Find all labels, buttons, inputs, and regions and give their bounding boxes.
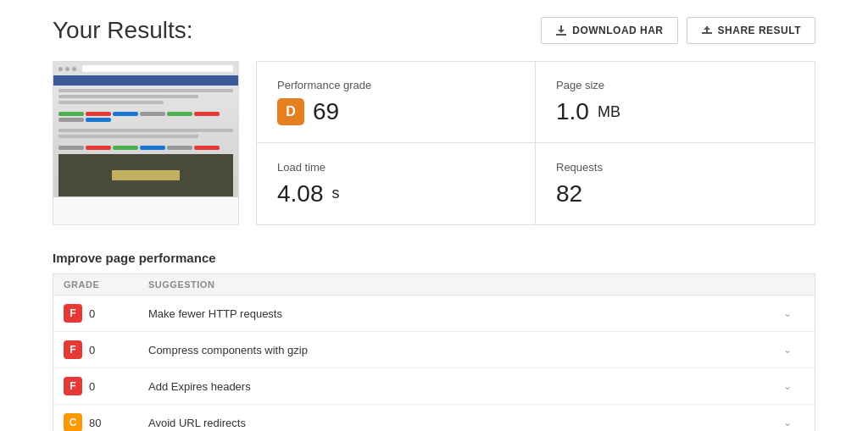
performance-value: D 69 [277,98,339,125]
download-har-button[interactable]: DOWNLOAD HAR [541,17,677,44]
loadtime-label: Load time [277,161,326,174]
page-wrapper: Your Results: DOWNLOAD HAR SHARE RESULT [27,0,841,431]
screenshot-box [53,61,239,225]
suggestion-row[interactable]: F 0 Make fewer HTTP requests ⌄ [53,296,815,332]
grade-cell: F 0 [64,377,148,395]
metric-requests: Requests 82 [536,143,815,224]
loadtime-value: 4.08 s [277,180,340,207]
grade-badge-f: F [64,304,82,323]
chevron-icon: ⌄ [771,307,804,319]
suggestion-row[interactable]: F 0 Add Expires headers ⌄ [53,368,815,405]
page-title: Your Results: [53,17,193,44]
suggestion-text: Compress components with gzip [148,344,771,356]
performance-label: Performance grade [277,79,371,91]
table-header: GRADE SUGGESTION [53,274,815,296]
grade-badge-c: C [64,413,82,431]
grade-score: 80 [89,417,101,429]
svg-marker-5 [704,26,710,30]
share-icon [701,25,713,36]
download-icon [555,25,567,36]
performance-grade-badge: D [277,98,304,125]
suggestion-row[interactable]: C 80 Avoid URL redirects ⌄ [53,405,815,431]
suggestion-text: Make fewer HTTP requests [148,307,771,320]
grade-cell: C 80 [64,413,148,431]
suggestions-container: F 0 Make fewer HTTP requests ⌄ F 0 Compr… [53,296,815,431]
pagesize-label: Page size [556,79,604,91]
metric-loadtime: Load time 4.08 s [257,143,536,224]
requests-value: 82 [556,180,582,207]
pagesize-value: 1.0 MB [556,98,620,125]
grade-score: 0 [89,344,95,356]
grade-badge-f: F [64,340,82,359]
header-actions: DOWNLOAD HAR SHARE RESULT [541,17,815,44]
metric-pagesize: Page size 1.0 MB [536,62,815,143]
chevron-icon: ⌄ [771,417,804,428]
metrics-grid: Performance grade D 69 Page size 1.0 MB … [256,61,815,225]
svg-rect-3 [702,32,712,34]
grade-score: 0 [89,380,95,393]
screenshot-preview [53,62,238,197]
suggestion-text: Add Expires headers [148,380,771,393]
improve-section: Improve page performance GRADE SUGGESTIO… [53,251,815,431]
suggestion-text: Avoid URL redirects [148,417,771,429]
grade-cell: F 0 [64,340,148,359]
chevron-icon: ⌄ [771,380,804,392]
svg-rect-0 [556,34,566,36]
suggestions-table: GRADE SUGGESTION F 0 Make fewer HTTP req… [53,274,815,431]
header: Your Results: DOWNLOAD HAR SHARE RESULT [53,17,815,44]
improve-title: Improve page performance [53,251,815,265]
share-result-button[interactable]: SHARE RESULT [687,17,815,44]
suggestion-row[interactable]: F 0 Compress components with gzip ⌄ [53,332,815,368]
metric-performance: Performance grade D 69 [257,62,536,143]
grade-score: 0 [89,307,95,320]
chevron-icon: ⌄ [771,344,804,356]
grade-badge-f: F [64,377,82,395]
results-area: Performance grade D 69 Page size 1.0 MB … [53,61,815,225]
grade-cell: F 0 [64,304,148,323]
svg-marker-2 [558,30,565,33]
requests-label: Requests [556,161,603,174]
